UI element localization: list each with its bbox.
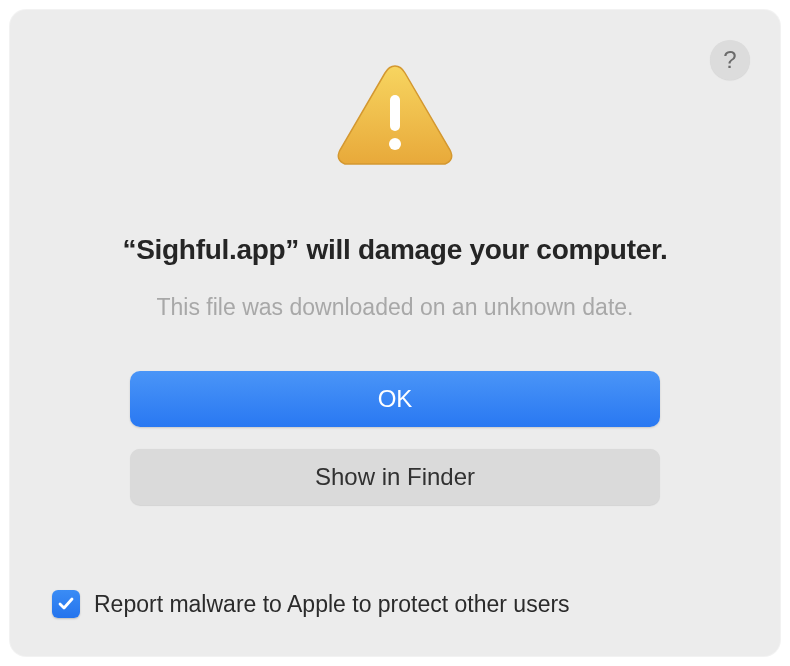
- button-container: OK Show in Finder: [130, 371, 660, 505]
- warning-icon: [335, 60, 455, 174]
- ok-button[interactable]: OK: [130, 371, 660, 427]
- help-button[interactable]: ?: [710, 40, 750, 80]
- alert-dialog: ? “Sighful.app” will damage your compute…: [10, 10, 780, 656]
- checkmark-icon: [56, 594, 76, 614]
- svg-rect-0: [390, 95, 400, 131]
- svg-point-1: [389, 138, 401, 150]
- show-in-finder-button[interactable]: Show in Finder: [130, 449, 660, 505]
- report-malware-label[interactable]: Report malware to Apple to protect other…: [94, 591, 570, 618]
- report-malware-checkbox[interactable]: [52, 590, 80, 618]
- dialog-subtitle: This file was downloaded on an unknown d…: [157, 294, 634, 321]
- dialog-title: “Sighful.app” will damage your computer.: [123, 234, 668, 266]
- report-malware-row: Report malware to Apple to protect other…: [52, 590, 570, 618]
